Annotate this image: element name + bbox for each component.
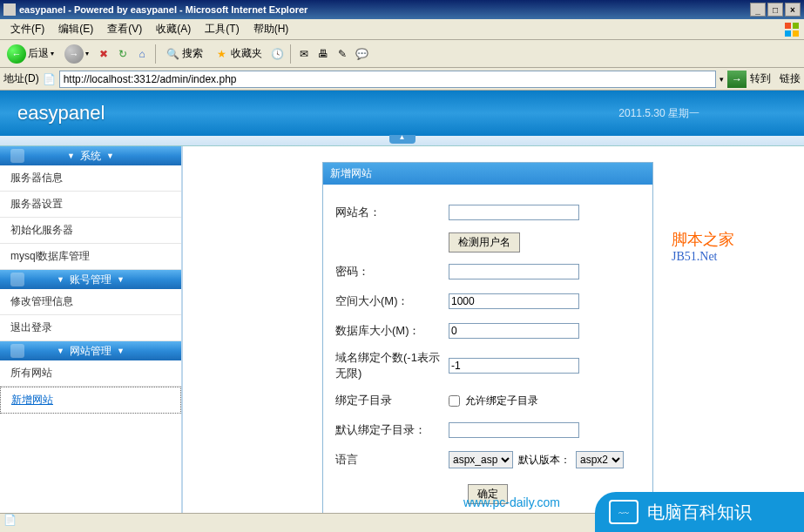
domain-input[interactable] [449, 358, 579, 374]
chevron-down-icon: ▾ [85, 50, 89, 57]
lang-select[interactable]: aspx_asp [449, 451, 513, 468]
sidebar-item-editadmin[interactable]: 修改管理信息 [0, 289, 181, 315]
window-titlebar: easypanel - Powered by easypanel - Micro… [0, 0, 804, 19]
svg-rect-1 [793, 23, 799, 29]
sidebar-item-logout[interactable]: 退出登录 [0, 315, 181, 341]
search-icon: 🔍 [165, 46, 180, 62]
new-site-form: 新增网站 网站名： 检测用户名 密码： 空间大小(M) [322, 162, 653, 513]
stop-icon[interactable]: ✖ [96, 46, 111, 62]
system-icon [10, 149, 24, 163]
menu-tools[interactable]: 工具(T) [198, 20, 246, 38]
subdir-checkbox[interactable] [449, 395, 460, 407]
sidebar-item-newsite[interactable]: 新增网站 [0, 387, 181, 414]
favorites-label: 收藏夹 [231, 46, 262, 61]
account-icon [10, 273, 24, 286]
sidebar-section-label: 账号管理 [70, 273, 111, 287]
minimize-button[interactable]: _ [750, 3, 766, 17]
edit-icon[interactable]: ✎ [334, 46, 350, 62]
db-label: 数据库大小(M)： [335, 323, 449, 339]
sidebar-item-initserver[interactable]: 初始化服务器 [0, 218, 181, 244]
back-button[interactable]: ← 后退 ▾ [3, 43, 57, 65]
messenger-icon[interactable]: 💬 [354, 46, 369, 62]
space-label: 空间大小(M)： [335, 293, 449, 309]
space-input[interactable] [449, 293, 579, 309]
ie-logo-icon [783, 21, 801, 38]
logo-text: easypanel [17, 102, 105, 125]
watermark-line1: 脚本之家 [672, 231, 734, 248]
domain-label: 域名绑定个数(-1表示无限) [335, 350, 449, 381]
print-icon[interactable]: 🖶 [315, 46, 331, 62]
address-label: 地址(D) [3, 71, 39, 86]
search-button[interactable]: 🔍 搜索 [161, 44, 206, 64]
forward-arrow-icon: → [64, 44, 84, 64]
default-subdir-input[interactable] [449, 422, 579, 438]
svg-rect-3 [793, 30, 799, 37]
site-name-label: 网站名： [335, 205, 449, 220]
default-version-select[interactable]: aspx2 [576, 451, 624, 468]
form-title: 新增网站 [323, 163, 652, 185]
toolbar: ← 后退 ▾ → ▾ ✖ ↻ ⌂ 🔍 搜索 ★ 收藏夹 🕓 ✉ 🖶 ✎ 💬 [0, 40, 804, 68]
password-input[interactable] [449, 264, 579, 279]
header-subbar [0, 136, 804, 146]
favorites-button[interactable]: ★ 收藏夹 [210, 44, 266, 64]
main-panel: 新增网站 网站名： 检测用户名 密码： 空间大小(M) [183, 146, 804, 513]
site-name-input[interactable] [449, 205, 579, 220]
sidebar-item-allsites[interactable]: 所有网站 [0, 360, 181, 387]
menu-view[interactable]: 查看(V) [100, 20, 149, 38]
footer-url: www.pc-daily.com [463, 495, 560, 509]
watermark-line2: JB51.Net [672, 250, 734, 264]
monitor-icon: ~~ [609, 500, 638, 524]
sidebar-section-system[interactable]: ▼系统▼ [0, 146, 181, 165]
address-input[interactable] [59, 71, 716, 88]
forward-button[interactable]: → ▾ [61, 43, 92, 65]
page-icon: 📄 [43, 73, 56, 85]
menu-favorites[interactable]: 收藏(A) [149, 20, 198, 38]
site-icon [10, 344, 24, 358]
lang-label: 语言 [335, 452, 449, 468]
password-label: 密码： [335, 264, 449, 279]
subdir-check-label: 允许绑定子目录 [465, 394, 538, 408]
home-icon[interactable]: ⌂ [134, 46, 150, 62]
menu-help[interactable]: 帮助(H) [247, 20, 296, 38]
window-title: easypanel - Powered by easypanel - Micro… [19, 4, 307, 15]
close-button[interactable]: × [785, 3, 801, 17]
brand-badge: ~~ 电脑百科知识 [595, 492, 804, 532]
collapse-tab-icon[interactable] [389, 135, 416, 144]
chevron-down-icon: ▾ [51, 50, 54, 57]
page-header: easypanel 2011.5.30 星期一 [0, 91, 804, 136]
mail-icon[interactable]: ✉ [296, 46, 312, 62]
default-subdir-label: 默认绑定子目录： [335, 422, 449, 438]
default-version-label: 默认版本： [518, 453, 571, 468]
sidebar-item-serversettings[interactable]: 服务器设置 [0, 192, 181, 218]
brand-text: 电脑百科知识 [647, 501, 752, 524]
go-label: 转到 [750, 71, 771, 86]
menu-edit[interactable]: 编辑(E) [51, 20, 100, 38]
links-label[interactable]: 链接 [780, 71, 801, 86]
search-label: 搜索 [182, 46, 203, 61]
go-button[interactable]: → [727, 71, 747, 88]
svg-rect-0 [785, 23, 791, 29]
sidebar-section-label: 系统 [80, 149, 101, 164]
address-bar: 地址(D) 📄 ▾ → 转到 链接 [0, 68, 804, 91]
sidebar-section-site[interactable]: ▼网站管理▼ [0, 341, 181, 360]
status-icon: 📄 [0, 510, 20, 529]
sidebar-item-serverinfo[interactable]: 服务器信息 [0, 165, 181, 192]
star-icon: ★ [213, 46, 229, 62]
refresh-icon[interactable]: ↻ [115, 46, 131, 62]
menu-file[interactable]: 文件(F) [3, 20, 51, 38]
page-content: easypanel 2011.5.30 星期一 ▼系统▼ 服务器信息 服务器设置… [0, 91, 804, 513]
back-arrow-icon: ← [7, 44, 26, 64]
back-label: 后退 [28, 46, 49, 61]
check-username-button[interactable]: 检测用户名 [449, 232, 520, 253]
sidebar-section-account[interactable]: ▼账号管理▼ [0, 270, 181, 289]
menubar: 文件(F) 编辑(E) 查看(V) 收藏(A) 工具(T) 帮助(H) [0, 19, 804, 40]
maximize-button[interactable]: □ [767, 3, 783, 17]
date-text: 2011.5.30 星期一 [618, 106, 699, 121]
history-icon[interactable]: 🕓 [269, 46, 285, 62]
chevron-down-icon[interactable]: ▾ [720, 75, 724, 84]
sidebar-section-label: 网站管理 [70, 344, 111, 359]
sidebar: ▼系统▼ 服务器信息 服务器设置 初始化服务器 mysql数据库管理 ▼账号管理… [0, 146, 183, 513]
svg-rect-2 [785, 30, 791, 37]
db-input[interactable] [449, 323, 579, 339]
sidebar-item-mysql[interactable]: mysql数据库管理 [0, 244, 181, 270]
